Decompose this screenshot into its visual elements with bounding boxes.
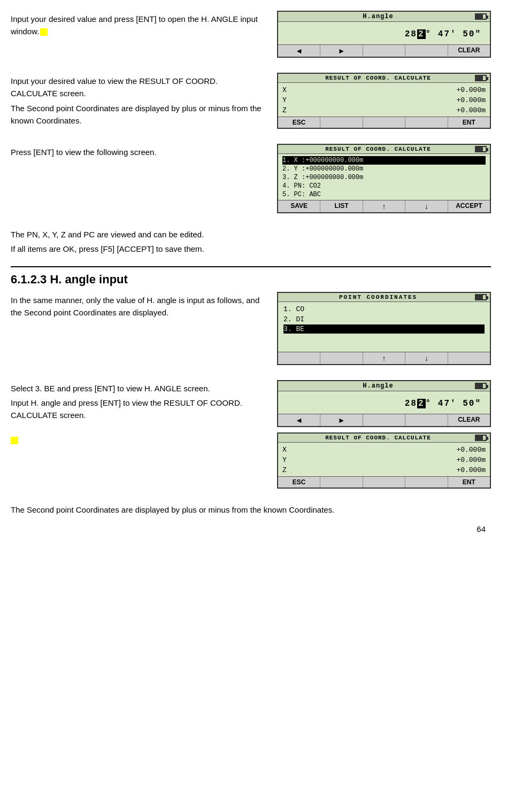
- btn-right-arrow-1[interactable]: ►: [320, 45, 363, 57]
- coord-value-z-2: +0.000m: [456, 466, 486, 474]
- section-1-text: Input your desired value and press [ENT]…: [11, 11, 277, 40]
- coord-label-y-1: Y: [282, 96, 287, 104]
- point-coord-title-bar: POINT COORDINATES: [278, 293, 490, 302]
- point-coord-row-be-text: 3. BE: [283, 325, 304, 333]
- coord-row-y-1: Y +0.000m: [282, 95, 486, 105]
- page-number: 64: [11, 524, 491, 533]
- btn-ent-2[interactable]: ENT: [448, 477, 490, 488]
- coord-result-body-1: X +0.000m Y +0.000m Z +0.000m: [278, 83, 490, 117]
- h-angle-value-1: 282° 47′ 50″: [282, 27, 486, 41]
- coord-result-detail-body: 1. X :+000000000.000m 2. Y :+000000000.0…: [278, 154, 490, 200]
- coord-result-body-2: X +0.000m Y +0.000m Z +0.000m: [278, 443, 490, 476]
- battery-icon-3: [475, 146, 487, 152]
- btn-left-arrow-1[interactable]: ◄: [278, 45, 320, 57]
- coord-value-x-1: +0.000m: [456, 86, 486, 94]
- coord-result-screen-2: RESULT OF COORD. CALCULATE X +0.000m Y +…: [277, 432, 491, 489]
- btn-up-pc[interactable]: ↑: [363, 352, 405, 364]
- btn-esc-1[interactable]: ESC: [278, 117, 320, 128]
- battery-icon-6: [475, 435, 487, 441]
- btn-accept[interactable]: ACCEPT: [448, 200, 490, 212]
- battery-icon-2: [475, 75, 487, 81]
- h-angle-buttons-2: ◄ ► CLEAR: [278, 414, 490, 426]
- btn-list[interactable]: LIST: [320, 200, 363, 212]
- section-3-screen: RESULT OF COORD. CALCULATE 1. X :+000000…: [277, 144, 491, 219]
- point-coord-row-di-text: 2. DI: [283, 315, 304, 323]
- btn-esc-2[interactable]: ESC: [278, 477, 320, 488]
- btn-empty-1b: [405, 45, 448, 57]
- detail-row-3-text: 3. Z :+000000000.000m: [282, 174, 363, 181]
- section-2-text: Input your desired value to view the RES…: [11, 73, 277, 129]
- coord-result-buttons-2: ESC ENT: [278, 476, 490, 488]
- coord-label-x-1: X: [282, 86, 287, 94]
- section-2-para-1: Input your desired value to view the RES…: [11, 75, 266, 100]
- detail-row-3: 3. Z :+000000000.000m: [282, 173, 486, 182]
- btn-right-arrow-2[interactable]: ►: [320, 414, 363, 426]
- h-angle-title-bar-2: H.angle: [278, 381, 490, 391]
- coord-result-title-bar-1: RESULT OF COORD. CALCULATE: [278, 74, 490, 83]
- btn-clear-1[interactable]: CLEAR: [448, 45, 490, 57]
- battery-icon-4: [475, 294, 487, 300]
- btn-ent-1[interactable]: ENT: [448, 117, 490, 128]
- yellow-marker-1: [40, 28, 48, 36]
- coord-result-title-2: RESULT OF COORD. CALCULATE: [281, 435, 475, 441]
- btn-empty-pc1: [278, 352, 320, 364]
- detail-row-4-text: 4. PN: CO2: [282, 182, 321, 190]
- btn-clear-2[interactable]: CLEAR: [448, 414, 490, 426]
- btn-save[interactable]: SAVE: [278, 200, 320, 212]
- detail-row-4: 4. PN: CO2: [282, 182, 486, 190]
- yellow-marker-2: [11, 437, 18, 444]
- h-angle-body-2: 282° 47′ 50″: [278, 391, 490, 414]
- detail-row-5: 5. PC: ABC: [282, 190, 486, 199]
- section-2-screen: RESULT OF COORD. CALCULATE X +0.000m Y +…: [277, 73, 491, 134]
- btn-empty-2a: [320, 117, 363, 128]
- footer-para: The Second point Coordinates are display…: [11, 504, 491, 516]
- btn-down-1[interactable]: ↓: [405, 200, 448, 212]
- section-1-screen: H.angle 282° 47′ 50″ ◄ ► CLEAR: [277, 11, 491, 63]
- h-angle-body-1: 282° 47′ 50″: [278, 22, 490, 44]
- coord-label-y-2: Y: [282, 456, 287, 464]
- point-coord-title: POINT COORDINATES: [281, 294, 475, 300]
- point-coord-row-co-text: 1. CO: [283, 305, 304, 313]
- btn-empty-pc2: [320, 352, 363, 364]
- point-coord-buttons: ↑ ↓: [278, 352, 490, 364]
- footer-text: The Second point Coordinates are display…: [11, 504, 491, 516]
- point-coord-row-be: 3. BE: [283, 324, 485, 334]
- h-angle-highlight-2: 2: [417, 399, 426, 408]
- section-5-para-1: Select 3. BE and press [ENT] to view H. …: [11, 382, 266, 395]
- coord-result-detail-buttons: SAVE LIST ↑ ↓ ACCEPT: [278, 200, 490, 212]
- section-5-text: Select 3. BE and press [ENT] to view H. …: [11, 380, 277, 446]
- btn-up-1[interactable]: ↑: [363, 200, 405, 212]
- h-angle-value-2: 282° 47′ 50″: [282, 397, 486, 411]
- coord-row-z-2: Z +0.000m: [282, 465, 486, 475]
- h-angle-title-1: H.angle: [281, 13, 475, 20]
- coord-result-title-bar-2: RESULT OF COORD. CALCULATE: [278, 434, 490, 443]
- section-5: Select 3. BE and press [ENT] to view H. …: [11, 380, 491, 494]
- btn-down-pc[interactable]: ↓: [405, 352, 448, 364]
- coord-row-z-1: Z +0.000m: [282, 105, 486, 115]
- point-coord-screen: POINT COORDINATES 1. CO 2. DI 3. BE ↑: [277, 292, 491, 365]
- detail-row-5-text: 5. PC: ABC: [282, 191, 321, 198]
- btn-empty-2b: [363, 117, 405, 128]
- detail-row-1: 1. X :+000000000.000m: [282, 156, 486, 165]
- section-5-para-2: Input H. angle and press [ENT] to view t…: [11, 397, 266, 422]
- btn-left-arrow-2[interactable]: ◄: [278, 414, 320, 426]
- btn-empty-pc3: [448, 352, 490, 364]
- section-4-screen: POINT COORDINATES 1. CO 2. DI 3. BE ↑: [277, 292, 491, 370]
- h-angle-highlight-1: 2: [417, 29, 426, 39]
- detail-row-2-text: 2. Y :+000000000.000m: [282, 165, 363, 173]
- btn-empty-ha2a: [363, 414, 405, 426]
- point-coord-spacer: [283, 334, 485, 350]
- point-coord-row-co: 1. CO: [283, 304, 485, 314]
- between-text: The PN, X, Y, Z and PC are viewed and ca…: [11, 228, 491, 256]
- h-angle-screen-1: H.angle 282° 47′ 50″ ◄ ► CLEAR: [277, 11, 491, 58]
- h-angle-screen-2: H.angle 282° 47′ 50″ ◄ ► CLEAR: [277, 380, 491, 427]
- coord-value-y-2: +0.000m: [456, 456, 486, 464]
- h-angle-title-bar-1: H.angle: [278, 12, 490, 22]
- section-5-screens: H.angle 282° 47′ 50″ ◄ ► CLEAR RESULT OF…: [277, 380, 491, 494]
- btn-empty-cr2c: [405, 477, 448, 488]
- coord-row-x-1: X +0.000m: [282, 85, 486, 95]
- coord-value-x-2: +0.000m: [456, 446, 486, 454]
- section-2-para-2: The Second point Coordinates are display…: [11, 102, 266, 127]
- h-angle-buttons-1: ◄ ► CLEAR: [278, 44, 490, 57]
- coord-value-z-1: +0.000m: [456, 106, 486, 114]
